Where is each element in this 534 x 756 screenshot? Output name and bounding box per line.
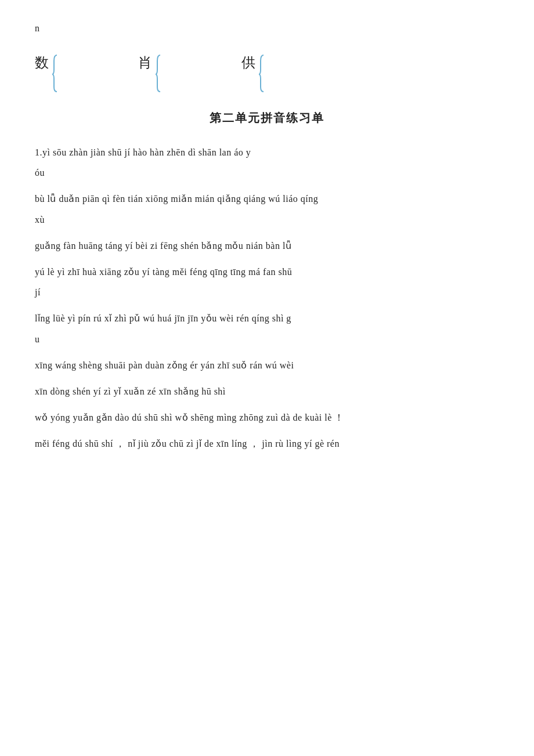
pinyin-line: óu	[35, 162, 499, 183]
pinyin-line: 1.yì sōu zhàn jiàn shū jí hào hàn zhēn d…	[35, 142, 499, 162]
pinyin-line	[35, 302, 499, 308]
bracket-row: 数 肖 供	[35, 51, 499, 93]
pinyin-line	[35, 256, 499, 262]
pinyin-line: yú lè yì zhī huà xiāng zǒu yí tàng měi f…	[35, 262, 499, 282]
bracket-char-1: 数	[35, 51, 49, 72]
pinyin-line: xù	[35, 209, 499, 230]
page-title: 第二单元拼音练习单	[35, 110, 499, 126]
bracket-svg-3	[258, 52, 275, 93]
pinyin-line	[35, 375, 499, 381]
content-block: 1.yì sōu zhàn jiàn shū jí hào hàn zhēn d…	[35, 142, 499, 454]
pinyin-line: xīng wáng shèng shuāi pàn duàn zǒng ér y…	[35, 355, 499, 375]
bracket-group-1: 数	[35, 51, 68, 93]
top-letter: n	[35, 23, 499, 34]
pinyin-line: xīn dòng shén yí zì yǐ xuǎn zé xīn shǎng…	[35, 381, 499, 401]
pinyin-line	[35, 230, 499, 236]
pinyin-line	[35, 428, 499, 433]
pinyin-line: lǐng lüè yì pín rú xǐ zhì pǔ wú huá jīn …	[35, 308, 499, 328]
bracket-group-3: 供	[241, 51, 275, 93]
bracket-group-2: 肖	[138, 51, 172, 93]
pinyin-line: měi féng dú shū shí ， nǐ jiù zǒu chū zì …	[35, 433, 499, 454]
pinyin-line	[35, 349, 499, 355]
pinyin-line: u	[35, 329, 499, 349]
bracket-char-3: 供	[241, 51, 255, 72]
pinyin-line: bù lǚ duǎn piān qì fèn tián xiōng miǎn m…	[35, 189, 499, 209]
pinyin-line	[35, 401, 499, 407]
bracket-char-2: 肖	[138, 51, 152, 72]
bracket-svg-2	[154, 52, 172, 93]
pinyin-line: wǒ yóng yuǎn gǎn dào dú shū shì wǒ shēng…	[35, 407, 499, 428]
pinyin-line	[35, 183, 499, 189]
pinyin-line: jí	[35, 282, 499, 302]
bracket-svg-1	[51, 52, 68, 93]
pinyin-line: guǎng fàn huāng táng yí bèi zi fēng shén…	[35, 236, 499, 256]
